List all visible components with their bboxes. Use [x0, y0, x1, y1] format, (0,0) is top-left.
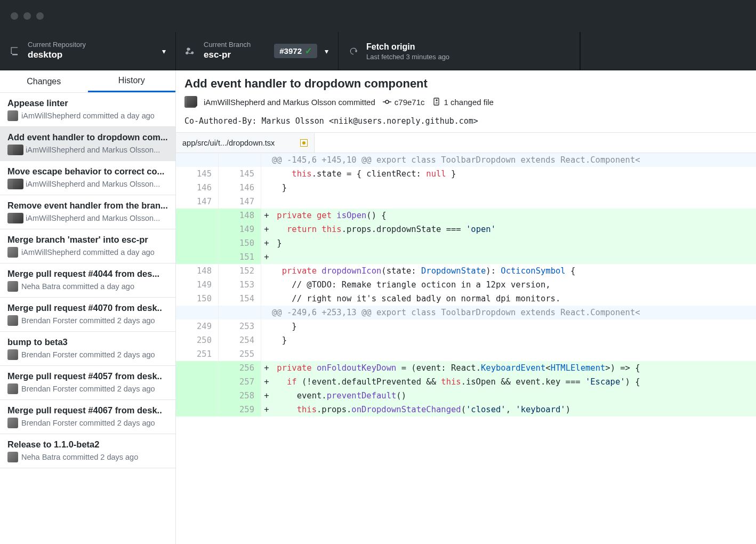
avatar [7, 383, 18, 394]
avatar [7, 179, 22, 189]
diff-row: 250254 } [176, 333, 756, 347]
commit-item-title: Appease linter [7, 98, 168, 108]
history-list[interactable]: Appease linteriAmWillShepherd committed … [0, 93, 175, 544]
commit-item-meta: Brendan Forster committed 2 days ago [7, 315, 168, 326]
tab-changes[interactable]: Changes [0, 70, 88, 92]
commit-item[interactable]: Merge pull request #4044 from des...Neha… [0, 263, 175, 298]
diff-row: 148+ private get isOpen() { [176, 209, 756, 222]
commit-item[interactable]: Merge pull request #4057 from desk..Bren… [0, 366, 175, 400]
commit-item-title: Add event handler to dropdown com... [7, 132, 168, 142]
svg-point-0 [385, 100, 389, 103]
commit-item-meta: Brendan Forster committed 2 days ago [7, 383, 168, 394]
avatar [7, 213, 22, 223]
file-path: app/src/ui/t.../dropdown.tsx [182, 139, 275, 147]
commit-item-meta: Brendan Forster committed 2 days ago [7, 349, 168, 360]
commit-item[interactable]: Merge branch 'master' into esc-priAmWill… [0, 229, 175, 263]
commit-item-meta: iAmWillShepherd committed a day ago [7, 247, 168, 258]
minimize-icon[interactable] [23, 12, 31, 20]
chevron-down-icon: ▾ [162, 47, 166, 55]
avatar [7, 349, 18, 360]
file-diff-icon [432, 98, 441, 106]
avatar [7, 145, 22, 155]
diff-row: 145145 this.state = { clientRect: null } [176, 167, 756, 181]
diff-row: 256+ private onFoldoutKeyDown = (event: … [176, 361, 756, 375]
fetch-button[interactable]: Fetch origin Last fetched 3 minutes ago [339, 32, 580, 70]
commit-icon [383, 98, 391, 106]
chevron-down-icon: ▾ [325, 47, 328, 55]
diff-row: 259+ this.props.onDropdownStateChanged('… [176, 403, 756, 417]
commit-item[interactable]: Remove event handler from the bran...iAm… [0, 195, 175, 229]
pr-badge[interactable]: #3972 ✓ [274, 44, 317, 58]
commit-authors: iAmWillShepherd and Markus Olsson commit… [204, 98, 375, 107]
commit-item[interactable]: Move escape behavior to correct co...iAm… [0, 161, 175, 195]
diff-row: 147147 [176, 195, 756, 209]
avatar [7, 315, 18, 326]
sidebar-tabs: Changes History [0, 70, 175, 93]
commit-item-title: Merge pull request #4057 from desk.. [7, 371, 168, 381]
file-tab[interactable]: app/src/ui/t.../dropdown.tsx [176, 133, 315, 153]
branch-name: esc-pr [204, 49, 251, 61]
diff-row: 249253 } [176, 319, 756, 333]
header-spacer [580, 32, 756, 70]
titlebar [0, 0, 756, 32]
file-tabs: app/src/ui/t.../dropdown.tsx [176, 132, 756, 153]
commit-item-title: Merge pull request #4067 from desk.. [7, 405, 168, 415]
branch-label: Current Branch [204, 41, 251, 49]
diff-row: @@ -145,6 +145,10 @@ export class Toolba… [176, 153, 756, 167]
commit-sha: c79e71c [383, 98, 425, 107]
commit-header: Add event handler to dropdown component … [176, 70, 756, 113]
commit-body: Co-Authored-By: Markus Olsson <niik@user… [176, 113, 756, 132]
avatar [184, 96, 196, 108]
commit-item-title: Merge pull request #4044 from des... [7, 269, 168, 279]
toolbar: Current Repository desktop ▾ Current Bra… [0, 32, 756, 70]
avatar [7, 418, 18, 428]
tab-history[interactable]: History [88, 70, 176, 92]
diff-row: 150154 // right now it's scaled badly on… [176, 292, 756, 306]
avatar [7, 452, 18, 462]
diff-row: 150+ } [176, 236, 756, 250]
commit-item[interactable]: Appease linteriAmWillShepherd committed … [0, 93, 175, 127]
commit-item-title: Release to 1.1.0-beta2 [7, 439, 168, 450]
commit-item-meta: Neha Batra committed 2 days ago [7, 452, 168, 462]
commit-item[interactable]: Merge pull request #4067 from desk..Bren… [0, 400, 175, 434]
check-icon: ✓ [305, 46, 312, 56]
commit-title: Add event handler to dropdown component [184, 77, 747, 91]
commit-item-title: bump to beta3 [7, 337, 168, 347]
diff-row: 146146 } [176, 181, 756, 195]
pr-number: #3972 [279, 46, 302, 55]
commit-item-meta: Neha Batra committed a day ago [7, 281, 168, 292]
repo-switcher[interactable]: Current Repository desktop ▾ [0, 32, 176, 70]
diff-row: @@ -249,6 +253,13 @@ export class Toolba… [176, 306, 756, 319]
commit-item-meta: iAmWillShepherd and Markus Olsson... [7, 179, 168, 189]
commit-item[interactable]: Release to 1.1.0-beta2Neha Batra committ… [0, 434, 175, 468]
file-modified-icon [300, 139, 308, 147]
commit-item-title: Move escape behavior to correct co... [7, 166, 168, 177]
commit-item[interactable]: Add event handler to dropdown com...iAmW… [0, 127, 175, 161]
avatar [7, 281, 18, 292]
commit-item-meta: iAmWillShepherd committed a day ago [7, 110, 168, 121]
fetch-label: Fetch origin [366, 41, 449, 53]
branch-switcher[interactable]: Current Branch esc-pr #3972 ✓ ▾ [176, 32, 339, 70]
diff-row: 257+ if (!event.defaultPrevented && this… [176, 375, 756, 389]
diff-view[interactable]: @@ -145,6 +145,10 @@ export class Toolba… [176, 153, 756, 544]
commit-item-meta: Brendan Forster committed 2 days ago [7, 418, 168, 428]
maximize-icon[interactable] [36, 12, 44, 20]
diff-row: 251255 [176, 347, 756, 361]
commit-item-meta: iAmWillShepherd and Markus Olsson... [7, 145, 168, 155]
commit-item[interactable]: Merge pull request #4070 from desk..Bren… [0, 298, 175, 332]
sync-icon [348, 46, 359, 57]
commit-item-meta: iAmWillShepherd and Markus Olsson... [7, 213, 168, 223]
commit-item-title: Merge branch 'master' into esc-pr [7, 235, 168, 245]
repo-name: desktop [28, 49, 86, 61]
commit-item[interactable]: bump to beta3Brendan Forster committed 2… [0, 332, 175, 366]
diff-row: 149+ return this.props.dropdownState ===… [176, 222, 756, 236]
repo-label: Current Repository [28, 41, 86, 49]
diff-row: 148152 private dropdownIcon(state: Dropd… [176, 264, 756, 278]
close-icon[interactable] [11, 12, 18, 20]
fetch-sub: Last fetched 3 minutes ago [366, 53, 449, 61]
file-count: 1 changed file [432, 98, 494, 107]
commit-item-title: Merge pull request #4070 from desk.. [7, 303, 168, 313]
diff-row: 151+ [176, 250, 756, 264]
svg-rect-3 [434, 98, 439, 105]
content-pane: Add event handler to dropdown component … [176, 70, 756, 544]
